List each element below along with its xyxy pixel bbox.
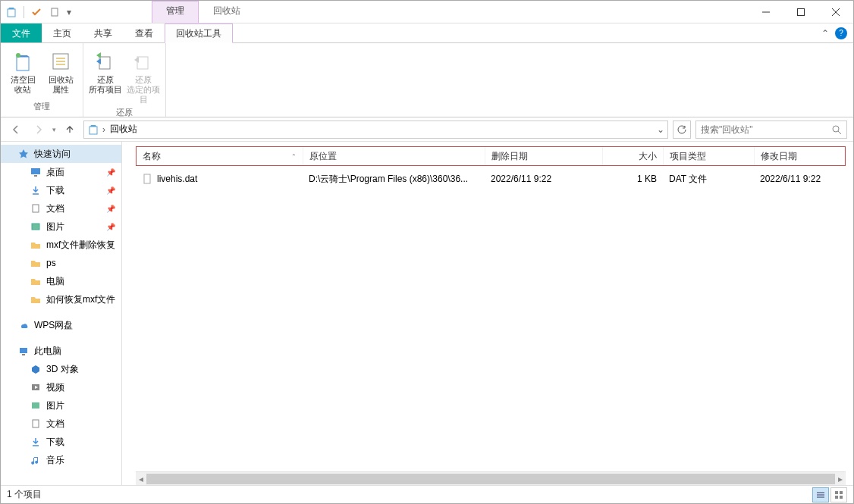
col-date-modified[interactable]: 修改日期 xyxy=(755,147,845,165)
sidebar-item-howto[interactable]: 如何恢复mxf文件 xyxy=(1,290,121,308)
col-item-type[interactable]: 项目类型 xyxy=(664,147,755,165)
sort-indicator-icon: ⌃ xyxy=(291,153,297,160)
svg-rect-22 xyxy=(22,354,25,355)
file-list-area: 名称⌃ 原位置 删除日期 大小 项目类型 修改日期 livehis.dat D:… xyxy=(122,142,853,485)
breadcrumb-root[interactable]: › xyxy=(87,124,105,136)
svg-rect-26 xyxy=(144,174,150,183)
ribbon-collapse-icon[interactable]: ⌃ xyxy=(821,28,829,39)
horizontal-scrollbar[interactable]: ◂ ▸ xyxy=(136,471,846,485)
svg-rect-24 xyxy=(32,402,39,409)
navigation-bar: ▾ › 回收站 ⌄ xyxy=(1,117,853,142)
computer-icon xyxy=(17,345,30,357)
svg-rect-14 xyxy=(89,127,97,134)
star-icon xyxy=(17,148,30,160)
sidebar-item-pictures2[interactable]: 图片 xyxy=(1,396,121,415)
svg-rect-30 xyxy=(835,491,838,494)
sidebar-item-mxf[interactable]: mxf文件删除恢复 xyxy=(1,236,121,254)
svg-rect-19 xyxy=(33,205,39,212)
qat-document-icon[interactable] xyxy=(47,5,62,20)
breadcrumb-location[interactable]: 回收站 xyxy=(110,123,137,136)
video-icon xyxy=(30,381,42,393)
sidebar-item-documents[interactable]: 文档📌 xyxy=(1,199,121,218)
sidebar-item-this-pc[interactable]: 此电脑 xyxy=(1,342,121,360)
minimize-button[interactable] xyxy=(749,1,783,23)
picture-icon xyxy=(30,221,42,233)
svg-rect-25 xyxy=(33,420,39,427)
tab-view[interactable]: 查看 xyxy=(124,23,165,42)
sidebar-item-music[interactable]: 音乐 xyxy=(1,451,121,469)
search-input[interactable] xyxy=(701,124,831,135)
close-button[interactable] xyxy=(818,1,853,23)
col-name[interactable]: 名称⌃ xyxy=(137,147,303,165)
sidebar-item-quick-access[interactable]: 快速访问 xyxy=(1,145,121,163)
empty-bin-icon xyxy=(11,49,35,74)
tab-home[interactable]: 主页 xyxy=(42,23,83,42)
back-button[interactable] xyxy=(7,121,25,139)
svg-rect-0 xyxy=(8,9,15,17)
pin-icon: 📌 xyxy=(106,205,115,213)
recycle-bin-properties-button[interactable]: 回收站 属性 xyxy=(43,46,78,99)
search-icon[interactable] xyxy=(831,124,842,135)
quick-access-toolbar: ▾ xyxy=(1,1,76,23)
svg-line-16 xyxy=(838,131,841,134)
forward-button[interactable] xyxy=(30,121,48,139)
navigation-pane[interactable]: 快速访问 桌面📌 下载📌 文档📌 图片📌 mxf文件删除恢复 ps 电 xyxy=(1,142,122,485)
sidebar-item-ps[interactable]: ps xyxy=(1,254,121,272)
sidebar-item-downloads2[interactable]: 下载 xyxy=(1,433,121,451)
refresh-button[interactable] xyxy=(673,121,691,139)
document-icon xyxy=(30,202,42,214)
sidebar-item-pictures[interactable]: 图片📌 xyxy=(1,218,121,236)
picture-icon xyxy=(30,399,42,412)
icons-view-button[interactable] xyxy=(830,487,847,502)
status-bar: 1 个项目 xyxy=(1,485,853,503)
sidebar-item-documents2[interactable]: 文档 xyxy=(1,415,121,433)
svg-rect-17 xyxy=(31,168,40,174)
main-area: 快速访问 桌面📌 下载📌 文档📌 图片📌 mxf文件删除恢复 ps 电 xyxy=(1,142,853,485)
svg-rect-21 xyxy=(20,348,27,353)
item-count: 1 个项目 xyxy=(7,488,42,501)
sidebar-item-computer-folder[interactable]: 电脑 xyxy=(1,272,121,290)
col-date-deleted[interactable]: 删除日期 xyxy=(485,147,603,165)
pin-icon: 📌 xyxy=(106,186,115,195)
maximize-button[interactable] xyxy=(783,1,818,23)
details-view-button[interactable] xyxy=(812,487,829,502)
sidebar-item-videos[interactable]: 视频 xyxy=(1,378,121,396)
qat-checkmark-icon[interactable] xyxy=(29,5,44,20)
ribbon-group-manage: 清空回 收站 回收站 属性 管理 xyxy=(1,43,83,117)
recent-dropdown-icon[interactable]: ▾ xyxy=(52,126,56,133)
column-headers: 名称⌃ 原位置 删除日期 大小 项目类型 修改日期 xyxy=(136,146,846,166)
music-icon xyxy=(30,454,42,466)
file-icon xyxy=(142,174,152,184)
folder-icon xyxy=(30,257,42,269)
sidebar-item-3d[interactable]: 3D 对象 xyxy=(1,360,121,378)
restore-selected-button: 还原 选定的项目 xyxy=(126,46,161,105)
address-dropdown-icon[interactable]: ⌄ xyxy=(657,124,664,135)
restore-all-icon xyxy=(93,49,118,74)
pin-icon: 📌 xyxy=(106,168,115,177)
col-size[interactable]: 大小 xyxy=(603,147,664,165)
window-title: 回收站 xyxy=(199,1,255,23)
download-icon xyxy=(30,436,42,448)
ribbon: 清空回 收站 回收站 属性 管理 还原 所有项目 还原 xyxy=(1,43,853,117)
tab-recycle-tools[interactable]: 回收站工具 xyxy=(165,23,233,43)
cloud-icon xyxy=(17,319,30,331)
tab-file[interactable]: 文件 xyxy=(1,23,42,42)
file-list[interactable]: livehis.dat D:\云骑士\Program Files (x86)\3… xyxy=(122,166,853,471)
folder-icon xyxy=(30,275,42,287)
search-box[interactable] xyxy=(695,121,847,139)
sidebar-item-desktop[interactable]: 桌面📌 xyxy=(1,163,121,181)
restore-all-button[interactable]: 还原 所有项目 xyxy=(88,46,123,105)
up-button[interactable] xyxy=(61,121,79,139)
empty-recycle-bin-button[interactable]: 清空回 收站 xyxy=(5,46,40,99)
file-row[interactable]: livehis.dat D:\云骑士\Program Files (x86)\3… xyxy=(136,171,846,187)
recycle-bin-icon[interactable] xyxy=(4,5,19,20)
address-bar[interactable]: › 回收站 ⌄ xyxy=(83,121,668,139)
col-original-location[interactable]: 原位置 xyxy=(303,147,485,165)
sidebar-item-wps[interactable]: WPS网盘 xyxy=(1,316,121,334)
tab-share[interactable]: 共享 xyxy=(83,23,124,42)
qat-dropdown-icon[interactable]: ▾ xyxy=(65,5,73,20)
scroll-thumb[interactable] xyxy=(146,474,835,484)
contextual-tab-manage[interactable]: 管理 xyxy=(152,1,199,23)
help-icon[interactable]: ? xyxy=(835,27,847,39)
sidebar-item-downloads[interactable]: 下载📌 xyxy=(1,181,121,199)
